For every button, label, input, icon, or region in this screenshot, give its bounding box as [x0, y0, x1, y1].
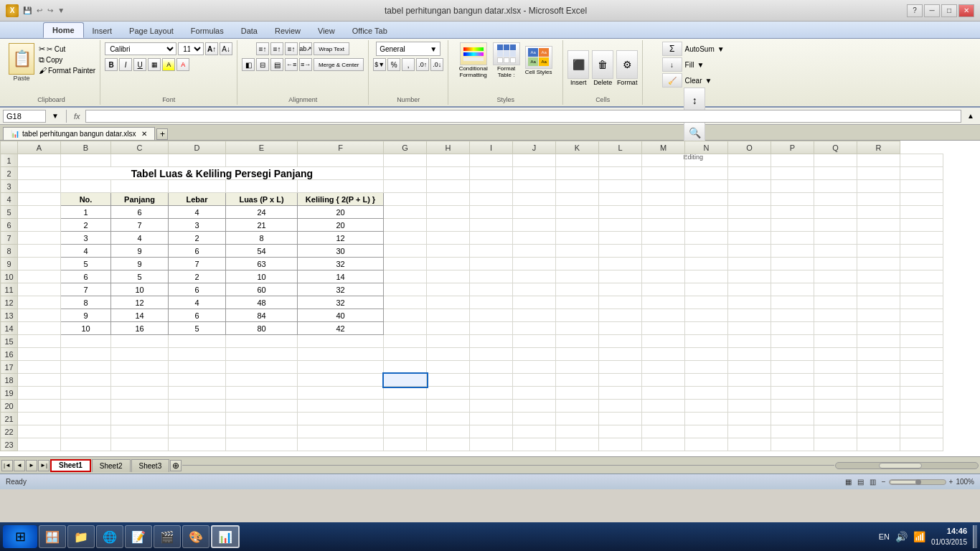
data-cell-r7-c3[interactable]: 8 — [226, 232, 298, 245]
row-header-5[interactable]: 5 — [1, 206, 18, 219]
cell-extra-r6-c8[interactable] — [728, 219, 771, 232]
cell-extra-r10-c10[interactable] — [814, 270, 857, 283]
new-tab-btn[interactable]: + — [156, 128, 168, 140]
cell-r17-c2[interactable] — [169, 361, 226, 374]
new-sheet-btn[interactable]: ⊕ — [170, 460, 182, 471]
tab-page-layout[interactable]: Page Layout — [121, 24, 182, 38]
cell-r22-c8[interactable] — [513, 425, 556, 438]
cell-r15-c9[interactable] — [556, 335, 599, 348]
cell-r21-c10[interactable] — [599, 413, 642, 425]
row-header-19[interactable]: 19 — [1, 387, 18, 400]
cell-r20-c8[interactable] — [513, 400, 556, 413]
cell-r22-c6[interactable] — [427, 425, 470, 438]
number-format-dropdown[interactable]: General▼ — [376, 42, 440, 56]
row-header-15[interactable]: 15 — [1, 335, 18, 348]
data-cell-r14-c1[interactable]: 16 — [111, 322, 169, 335]
row-header-23[interactable]: 23 — [1, 438, 18, 451]
data-cell-r10-c4[interactable]: 14 — [298, 270, 384, 283]
cell-extra-r6-c5[interactable] — [599, 219, 642, 232]
cell-r19-c14[interactable] — [771, 387, 814, 400]
formula-input[interactable] — [85, 110, 961, 123]
col-header-O[interactable]: O — [728, 141, 771, 154]
font-shrink-btn[interactable]: A↓ — [220, 42, 232, 55]
cell-extra-r9-c2[interactable] — [470, 258, 513, 270]
cell-r18-c14[interactable] — [771, 374, 814, 387]
cell-r17-c7[interactable] — [470, 361, 513, 374]
cell-extra-r11-c9[interactable] — [771, 283, 814, 296]
cell-r15-c1[interactable] — [111, 335, 169, 348]
cell-r19-c7[interactable] — [470, 387, 513, 400]
cell-extra-r2-c5[interactable] — [599, 167, 642, 180]
cell-extra-r2-c11[interactable] — [857, 167, 900, 180]
cell-r22-c14[interactable] — [771, 425, 814, 438]
cell-extra-r5-c2[interactable] — [470, 206, 513, 219]
row-header-13[interactable]: 13 — [1, 309, 18, 322]
cell-r15-c6[interactable] — [427, 335, 470, 348]
cell-r17-c6[interactable] — [427, 361, 470, 374]
font-grow-btn[interactable]: A↑ — [205, 42, 218, 55]
zoom-in-btn[interactable]: + — [949, 478, 953, 486]
cell-r21-c3[interactable] — [226, 413, 298, 425]
cell-r23-c3[interactable] — [226, 438, 298, 451]
cell-extra-r5-c6[interactable] — [642, 206, 685, 219]
insert-cells-btn[interactable]: ⬛ Insert — [567, 50, 589, 86]
cell-r17-c8[interactable] — [513, 361, 556, 374]
cell-extra-r13-c2[interactable] — [470, 309, 513, 322]
cell-r16-c11[interactable] — [642, 348, 685, 361]
cell-extra-r9-c10[interactable] — [814, 258, 857, 270]
data-cell-r7-c2[interactable]: 2 — [169, 232, 226, 245]
cell-r18-c12[interactable] — [685, 374, 728, 387]
row-header-22[interactable]: 22 — [1, 425, 18, 438]
cell-r20-c16[interactable] — [857, 400, 900, 413]
row-header-2[interactable]: 2 — [1, 167, 18, 180]
data-cell-r10-c1[interactable]: 5 — [111, 270, 169, 283]
cell-A16[interactable] — [18, 348, 61, 361]
cell-extra-r8-c0[interactable] — [384, 245, 427, 258]
cell-extra-r4-c4[interactable] — [556, 193, 599, 206]
cell-r16-c15[interactable] — [814, 348, 857, 361]
cell-extra-r10-c4[interactable] — [556, 270, 599, 283]
cell-A8[interactable] — [18, 245, 61, 258]
paste-button[interactable]: 📋 Paste — [7, 42, 36, 83]
cell-A23[interactable] — [18, 438, 61, 451]
cell-r18-c10[interactable] — [599, 374, 642, 387]
cell-r22-c1[interactable] — [111, 425, 169, 438]
cell-extra-r13-c9[interactable] — [771, 309, 814, 322]
format-table-btn[interactable]: Format Table : — [491, 42, 522, 78]
cell-r16-c1[interactable] — [111, 348, 169, 361]
cell-r20-c6[interactable] — [427, 400, 470, 413]
cell-r23-c6[interactable] — [427, 438, 470, 451]
cell-r1-c16[interactable] — [857, 154, 900, 167]
data-cell-r11-c4[interactable]: 32 — [298, 283, 384, 296]
col-header-1[interactable]: Panjang — [111, 193, 169, 206]
cell-r19-c15[interactable] — [814, 387, 857, 400]
cell-r23-c4[interactable] — [298, 438, 384, 451]
cell-extra-r14-c7[interactable] — [685, 322, 728, 335]
cell-extra-r13-c10[interactable] — [814, 309, 857, 322]
cell-extra-r5-c12[interactable] — [900, 206, 943, 219]
cell-r20-c5[interactable] — [384, 400, 427, 413]
cell-extra-r2-c10[interactable] — [814, 167, 857, 180]
cell-r15-c11[interactable] — [642, 335, 685, 348]
comma-btn[interactable]: , — [402, 58, 415, 71]
cell-extra-r4-c5[interactable] — [599, 193, 642, 206]
cell-extra-r8-c1[interactable] — [427, 245, 470, 258]
cell-extra-r10-c3[interactable] — [513, 270, 556, 283]
cell-r18-c4[interactable] — [298, 374, 384, 387]
cell-r1-c7[interactable] — [470, 154, 513, 167]
cell-r23-c16[interactable] — [857, 438, 900, 451]
col-header-K[interactable]: K — [556, 141, 599, 154]
data-cell-r6-c1[interactable]: 7 — [111, 219, 169, 232]
cell-r1-c5[interactable] — [384, 154, 427, 167]
cell-extra-r2-c4[interactable] — [556, 167, 599, 180]
cell-extra-r7-c3[interactable] — [513, 232, 556, 245]
cell-extra-r2-c0[interactable] — [384, 167, 427, 180]
cell-r15-c13[interactable] — [728, 335, 771, 348]
cell-extra-r7-c4[interactable] — [556, 232, 599, 245]
cell-r19-c5[interactable] — [384, 387, 427, 400]
cell-r21-c16[interactable] — [857, 413, 900, 425]
data-cell-r12-c3[interactable]: 48 — [226, 296, 298, 309]
cell-r21-c5[interactable] — [384, 413, 427, 425]
col-header-C[interactable]: C — [111, 141, 169, 154]
cell-r21-c9[interactable] — [556, 413, 599, 425]
